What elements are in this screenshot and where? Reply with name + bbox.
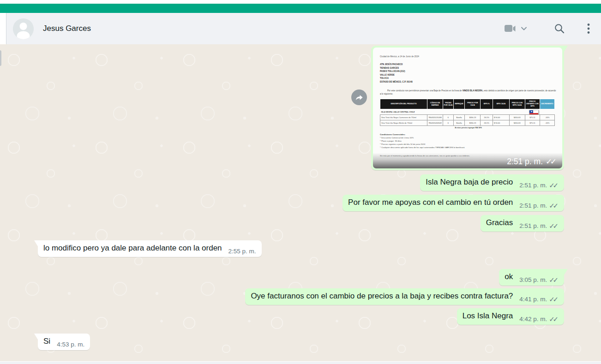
chat-header[interactable]: Jesus Garces [0,13,601,44]
doc-conditions: Condiciones Comerciales: * Descuento Com… [380,133,557,149]
message-time: 4:42 p. m. [519,316,547,322]
outgoing-message-bubble: Isla Negra baja de precio 2:51 p. m.✓✓ [420,174,564,191]
app-title-bar [0,4,601,13]
image-message-bubble[interactable]: Ciudad de México, a 14 de Junio de 2024 … [371,46,564,170]
header-actions [504,23,590,34]
chile-flag-icon: ★ [529,110,539,115]
bubble-tail [34,334,38,340]
panel-divider [0,13,6,44]
incoming-message-bubble: lo modifico pero ya dale para adelante c… [38,240,262,257]
price-table: DESCRIPCIÓN DEL PRODUCTO CÓDIGO DE BARRA… [380,99,555,125]
search-icon[interactable] [554,23,565,34]
table-row: Vino Tinto Isla Negra Merlot de 750ml 78… [380,120,555,125]
kebab-menu-icon[interactable] [587,23,590,34]
whatsapp-chat-window: Jesus Garces [0,0,601,364]
message-row: Isla Negra baja de precio 2:51 p. m.✓✓ [0,174,601,191]
message-row: Oye facturanos con el cambio de precios … [0,288,601,305]
outgoing-message-bubble: Por favor me apoyas con el cambio en tú … [343,195,564,211]
double-check-icon: ✓✓ [549,296,559,303]
doc-intro-paragraph: Por este conducto nos permitimos present… [380,90,557,95]
doc-recipient-block: ATN JESÚS PACHECO TIENDAS GARCES PASEO T… [380,63,557,84]
message-row: Ciudad de México, a 14 de Junio de 2024 … [0,46,601,170]
avatar[interactable] [13,18,34,39]
double-check-icon: ✓✓ [549,316,559,322]
message-row: ok 3:05 p. m.✓✓ [0,269,601,286]
outgoing-message-bubble: Los Isla Negra 4:42 p. m.✓✓ [457,308,564,325]
outgoing-message-bubble: Gracias 2:51 p. m.✓✓ [481,215,564,232]
message-time: 2:51 p. m. [507,157,543,167]
message-text: lo modifico pero ya dale para adelante c… [43,243,222,253]
double-check-icon: ✓✓ [549,276,559,283]
outgoing-message-bubble: Oye facturanos con el cambio de precios … [245,288,564,305]
price-letter-image[interactable]: Ciudad de México, a 14 de Junio de 2024 … [373,48,562,168]
message-time: 2:51 p. m. [519,202,547,209]
outgoing-message-bubble: ok 3:05 p. m.✓✓ [499,269,564,286]
message-row: Gracias 2:51 p. m.✓✓ [0,215,601,232]
message-text: Los Isla Negra [463,311,513,321]
composer-bar-edge [0,361,601,364]
double-check-icon: ✓✓ [549,222,559,229]
bubble-tail [564,269,568,275]
message-text: Gracias [486,218,513,228]
chat-title[interactable]: Jesus Garces [43,24,91,33]
message-time: 4:53 p. m. [57,341,84,348]
message-time: 3:05 p. m. [519,276,547,283]
image-message-meta: 2:51 p. m. ✓✓ [507,157,557,167]
doc-date-line: Ciudad de México, a 14 de Junio de 2024 [380,55,557,58]
message-time: 2:51 p. m. [519,222,547,229]
message-row: Por favor me apoyas con el cambio en tú … [0,195,601,211]
default-user-icon [13,18,34,39]
chat-message-area: Ciudad de México, a 14 de Junio de 2024 … [0,44,601,361]
message-row: Si 4:53 p. m. [0,334,601,350]
bubble-tail [34,240,38,246]
message-time: 2:55 p. m. [228,248,256,255]
incoming-message-bubble: Si 4:53 p. m. [38,334,90,350]
message-text: Si [43,336,50,346]
double-check-icon: ✓✓ [549,202,559,209]
price-table-header-row: DESCRIPCIÓN DEL PRODUCTO CÓDIGO DE BARRA… [380,99,555,109]
left-scrollbar-handle[interactable] [0,50,1,66]
message-row: lo modifico pero ya dale para adelante c… [0,240,601,257]
message-text: Isla Negra baja de precio [426,177,513,187]
message-row: Los Isla Negra 4:42 p. m.✓✓ [0,308,601,325]
doc-iva-note: A estos precios agregar IVA 16% [380,127,557,129]
window-top-strip [0,0,601,4]
video-call-icon[interactable] [504,24,517,34]
message-text: Por favor me apoyas con el cambio en tú … [348,197,513,208]
message-time: 4:41 p. m. [519,296,547,303]
bubble-tail [564,46,568,52]
double-check-icon: ✓✓ [549,182,559,189]
message-text: ok [505,272,513,282]
message-time: 2:51 p. m. [519,182,547,189]
price-table-section-row: ISLA NEGRA -VALLE CENTRAL CHILE ★ [380,109,555,114]
double-check-icon: ✓✓ [546,158,557,166]
table-row: Vino Tinto Isla Negra Carmenere de 750ml… [380,114,555,120]
message-text: Oye facturanos con el cambio de precios … [251,291,513,301]
chevron-down-icon[interactable] [520,24,528,33]
